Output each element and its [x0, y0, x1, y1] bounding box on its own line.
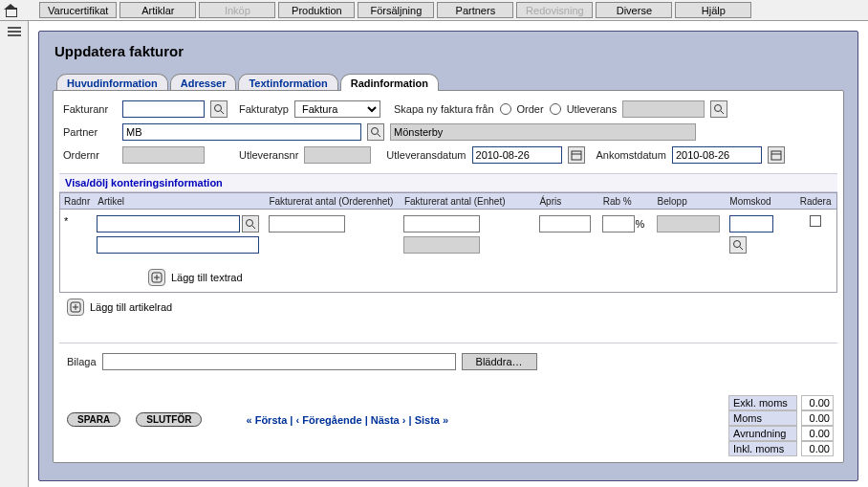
rab-input[interactable]: [602, 215, 635, 232]
artikel-search-icon[interactable]: [242, 215, 259, 232]
radio-order[interactable]: [500, 103, 511, 115]
tab-strip: Huvudinformation Adresser Textinformatio…: [56, 73, 844, 90]
col-radera: Radera: [794, 193, 836, 209]
svg-line-3: [721, 111, 724, 114]
utleveransdatum-input[interactable]: [472, 146, 562, 164]
radera-checkbox[interactable]: [810, 215, 821, 227]
menu-artiklar[interactable]: Artiklar: [119, 2, 196, 18]
ankomstdatum-label: Ankomstdatum: [597, 149, 666, 161]
svg-point-4: [372, 128, 379, 135]
fa-enhet-display: [403, 236, 480, 254]
add-textrad-icon[interactable]: [148, 269, 165, 286]
artikel-code-input[interactable]: [97, 215, 240, 232]
svg-point-10: [247, 220, 253, 227]
utleverans-label: Utleverans: [567, 103, 618, 115]
fa-enhet-input[interactable]: [403, 215, 480, 232]
top-menu-bar: Varucertifikat Artiklar Inköp Produktion…: [0, 0, 868, 21]
belopp-display: [657, 215, 720, 232]
svg-line-5: [378, 134, 380, 137]
menu-forsaljning[interactable]: Försäljning: [358, 2, 434, 18]
prev-link[interactable]: ‹ Föregående: [295, 414, 361, 426]
col-radnr: Radnr: [60, 193, 94, 209]
add-textrad-label[interactable]: Lägg till textrad: [171, 272, 243, 283]
fakturanr-input[interactable]: [122, 100, 205, 118]
finish-button[interactable]: SLUTFÖR: [136, 412, 202, 427]
tab-body: Fakturanr Fakturatyp Faktura Skapa ny fa…: [53, 90, 844, 463]
left-rail: [0, 21, 29, 487]
first-link[interactable]: « Första: [246, 414, 287, 426]
skapa-label: Skapa ny faktura från: [394, 103, 494, 115]
fa-order-input[interactable]: [269, 215, 345, 232]
fakturatyp-select[interactable]: Faktura: [294, 100, 380, 118]
utleveransdatum-calendar-icon[interactable]: [568, 146, 585, 164]
fakturatyp-label: Fakturatyp: [239, 103, 289, 115]
tab-huvudinformation[interactable]: Huvudinformation: [56, 74, 168, 91]
artikel-desc-input[interactable]: [97, 236, 259, 254]
skapa-ref-input: [622, 100, 705, 118]
kontering-toggle[interactable]: Visa/dölj konteringsinformation: [59, 173, 837, 192]
tab-adresser[interactable]: Adresser: [170, 74, 237, 91]
svg-line-1: [221, 111, 224, 114]
page-title: Uppdatera fakturor: [54, 43, 844, 59]
ankomstdatum-input[interactable]: [672, 146, 762, 164]
percent-sign: %: [635, 218, 644, 230]
menu-produktion[interactable]: Produktion: [278, 2, 355, 18]
fakturanr-search-icon[interactable]: [210, 100, 228, 118]
hamburger-icon[interactable]: [8, 27, 21, 36]
line-grid: Radnr Artikel Fakturerat antal (Orderenh…: [59, 192, 837, 293]
utleveransdatum-label: Utleveransdatum: [386, 149, 466, 161]
exkl-moms-label: Exkl. moms: [728, 395, 797, 410]
radio-utleverans[interactable]: [550, 103, 561, 115]
col-fa-enhet: Fakturerat antal (Enhet): [401, 193, 536, 209]
add-artikelrad-icon[interactable]: [67, 299, 84, 316]
svg-line-13: [740, 247, 743, 250]
col-artikel: Artikel: [94, 193, 265, 209]
skapa-ref-search-icon[interactable]: [710, 100, 727, 118]
home-icon[interactable]: [4, 4, 17, 17]
browse-button[interactable]: Bläddra…: [462, 353, 537, 370]
save-button[interactable]: SPARA: [67, 412, 120, 427]
tab-radinformation[interactable]: Radinformation: [340, 74, 439, 91]
cell-radnr: *: [60, 213, 93, 265]
partner-search-icon[interactable]: [367, 123, 384, 141]
partner-label: Partner: [63, 126, 117, 138]
avrundning-label: Avrundning: [728, 426, 797, 441]
utleveransnr-input: [304, 146, 371, 164]
main-panel: Uppdatera fakturor Huvudinformation Adre…: [38, 31, 858, 481]
grid-header: Radnr Artikel Fakturerat antal (Orderenh…: [60, 193, 836, 210]
tab-textinformation[interactable]: Textinformation: [238, 74, 337, 91]
momskod-input[interactable]: [729, 215, 773, 232]
moms-value: 0.00: [801, 410, 834, 426]
menu-redovisning: Redovisning: [516, 2, 593, 18]
menu-partners[interactable]: Partners: [437, 2, 513, 18]
momskod-search-icon[interactable]: [729, 236, 747, 254]
next-link[interactable]: Nästa ›: [371, 414, 406, 426]
ordernr-label: Ordernr: [63, 149, 117, 161]
inkl-moms-label: Inkl. moms: [728, 441, 797, 456]
col-belopp: Belopp: [654, 193, 727, 209]
col-rab: Rab %: [599, 193, 654, 209]
col-momskod: Momskod: [726, 193, 794, 209]
ordernr-input: [122, 146, 205, 164]
menu-varucertifikat[interactable]: Varucertifikat: [39, 2, 117, 18]
pager-links: « Första | ‹ Föregående | Nästa › | Sist…: [246, 414, 448, 426]
menu-inkop: Inköp: [199, 2, 275, 18]
svg-rect-6: [572, 151, 581, 160]
bilaga-label: Bilaga: [67, 356, 97, 367]
col-apris: Ápris: [535, 193, 598, 209]
svg-rect-8: [771, 151, 781, 160]
menu-diverse[interactable]: Diverse: [596, 2, 672, 18]
menu-hjalp[interactable]: Hjälp: [675, 2, 751, 18]
partner-code-input[interactable]: [122, 123, 361, 141]
svg-point-2: [715, 105, 722, 112]
svg-point-12: [734, 241, 741, 248]
apris-input[interactable]: [539, 215, 591, 232]
inkl-moms-value: 0.00: [801, 441, 834, 456]
grid-row: *: [60, 210, 836, 265]
bilaga-input[interactable]: [102, 353, 456, 370]
avrundning-value: 0.00: [801, 426, 834, 441]
ankomstdatum-calendar-icon[interactable]: [768, 146, 785, 164]
moms-label: Moms: [728, 410, 797, 426]
add-artikelrad-label[interactable]: Lägg till artikelrad: [90, 301, 172, 313]
last-link[interactable]: Sista »: [415, 414, 448, 426]
